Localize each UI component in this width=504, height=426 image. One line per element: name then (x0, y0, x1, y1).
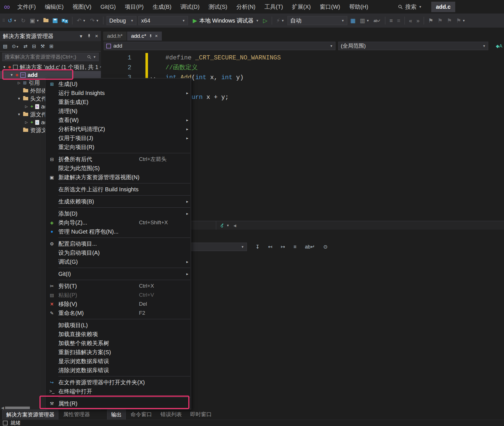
context-menu-item[interactable]: ↪在文件资源管理器中打开文件夹(X) (45, 378, 191, 387)
collapse-arrow-icon[interactable]: ▼ (10, 73, 14, 77)
context-menu-item[interactable]: ▣新建解决方案资源管理器视图(N) (45, 173, 191, 182)
context-menu-item[interactable]: ✂剪切(T)Ctrl+X (45, 281, 191, 290)
scroll-left-icon[interactable]: ◀ (1, 406, 4, 410)
collapse-arrow-icon[interactable]: ▼ (17, 97, 21, 101)
expand-arrow-icon[interactable]: ▷ (24, 120, 28, 124)
undo-button[interactable]: ↶▼ (76, 17, 87, 25)
solution-config-select[interactable]: Debug▼ (107, 16, 136, 25)
word-wrap-icon[interactable]: ab↵ (305, 244, 315, 250)
hot-reload-button[interactable]: ⚡▼ (275, 17, 286, 25)
tool-window-tab[interactable]: 属性管理器 (59, 410, 94, 420)
context-menu-item[interactable]: 清除浏览数据库错误 (45, 366, 191, 375)
context-menu-item[interactable]: 重新扫描解决方案(S) (45, 348, 191, 357)
comment-button[interactable]: ≡ (388, 17, 394, 25)
context-menu-item[interactable]: 加载直接依赖项 (45, 330, 191, 339)
context-menu-item[interactable]: ⚒属性(R) (45, 399, 191, 408)
prev-bookmark-button[interactable]: ⚑ (436, 17, 444, 25)
solution-search-input[interactable]: 搜索解决方案资源管理器(Ctrl+;) ▼ (2, 53, 99, 61)
prev-message-icon[interactable]: ↤ (268, 244, 272, 250)
code-line[interactable]: 2//函数定义 (103, 63, 504, 73)
pin-icon[interactable] (149, 34, 152, 38)
close-icon[interactable]: × (155, 33, 158, 39)
collapse-arrow-icon[interactable]: ▼ (2, 65, 6, 69)
context-menu-item[interactable]: 卸载项目(L) (45, 321, 191, 330)
redo-button[interactable]: ↷▼ (89, 17, 100, 25)
feedback-icon[interactable] (3, 421, 8, 425)
context-menu-item[interactable]: 加载整个依赖关系树 (45, 339, 191, 348)
collapse-all-icon[interactable]: ⊟ (32, 43, 36, 49)
menu-item-w[interactable]: 窗口(W) (315, 0, 344, 14)
timestamp-icon[interactable]: ⊙ (323, 244, 328, 250)
save-all-button[interactable] (61, 17, 69, 24)
menu-item-d[interactable]: 调试(D) (176, 0, 204, 14)
context-menu-item[interactable]: 设为启动项目(A) (45, 248, 191, 257)
menu-item-gitg[interactable]: Git(G) (96, 0, 120, 14)
pin-icon[interactable] (87, 34, 91, 38)
context-menu-item[interactable]: ⊞生成(U) (45, 79, 191, 88)
navigate-back-button[interactable]: ↺▼ (6, 17, 18, 25)
context-menu-item[interactable]: 查看(W)▸ (45, 116, 191, 125)
indent-increase-button[interactable]: » (415, 17, 421, 25)
jump-to-message-icon[interactable]: ↧ (255, 244, 260, 250)
context-menu-item[interactable]: 限定为此范围(S) (45, 164, 191, 173)
context-menu-item[interactable]: ✎重命名(M)F2 (45, 309, 191, 318)
output-window-tab[interactable]: 错误列表 (157, 410, 185, 420)
show-all-files-icon[interactable]: ⊞ (49, 43, 53, 49)
switch-views-icon[interactable]: ▤ (3, 43, 7, 49)
properties-tool-icon[interactable]: ⚒ (41, 43, 45, 49)
menu-item-b[interactable]: 生成(B) (148, 0, 176, 14)
context-menu-item[interactable]: ⊟折叠所有后代Ctrl+左箭头 (45, 155, 191, 164)
spell-check-button[interactable]: ab✓ (372, 18, 382, 23)
output-window-tab[interactable]: 输出 (107, 410, 126, 420)
next-message-icon[interactable]: ↦ (281, 244, 285, 250)
pending-changes-filter-icon[interactable]: ⊙▼ (12, 43, 19, 49)
navigate-forward-button[interactable]: ↻ (20, 17, 27, 25)
find-in-files-button[interactable]: ▦ (349, 17, 357, 25)
menu-item-s[interactable]: 测试(S) (204, 0, 232, 14)
context-menu-item[interactable]: 仅用于项目(J)▸ (45, 134, 191, 143)
clear-bookmarks-button[interactable]: ⚑▼ (455, 17, 467, 25)
tab-add.c[interactable]: add.c*× (127, 32, 162, 41)
scrollbar-thumb[interactable] (5, 407, 30, 409)
scope-select[interactable]: (全局范围) ▼ (338, 42, 488, 50)
context-menu-item[interactable]: 生成依赖项(B)▸ (45, 197, 191, 206)
platform-select[interactable]: x64▼ (138, 16, 188, 25)
window-menu-icon[interactable]: ▼ (79, 34, 83, 39)
context-menu-item[interactable]: 添加(D)▸ (45, 209, 191, 218)
context-menu-item[interactable]: 重定向项目(R) (45, 143, 191, 152)
tool-window-tab[interactable]: 解决方案资源管理器 (2, 410, 58, 420)
context-menu-item[interactable]: 显示浏览数据库错误 (45, 357, 191, 366)
start-without-debugging-button[interactable]: ▷ (262, 17, 268, 25)
context-menu-item[interactable]: Git(I)▸ (45, 269, 191, 278)
indent-decrease-button[interactable]: « (408, 17, 413, 25)
menu-item-n[interactable]: 分析(N) (232, 0, 260, 14)
open-file-button[interactable] (42, 18, 50, 23)
start-debugging-button[interactable]: ▶ 本地 Windows 调试器 ▼ (192, 16, 260, 25)
toolbar-grip[interactable]: ⠿ (2, 18, 5, 23)
clear-output-icon[interactable]: ≡ (293, 244, 297, 250)
context-menu-item[interactable]: 在所选文件上运行 Build Insights (45, 185, 191, 194)
context-menu-item[interactable]: >_在终端中打开 (45, 387, 191, 396)
menu-item-h[interactable]: 帮助(H) (345, 0, 373, 14)
sync-with-active-document-icon[interactable]: ⇄ (23, 43, 27, 49)
uncomment-button[interactable]: ≡ (396, 17, 401, 25)
menu-item-p[interactable]: 项目(P) (120, 0, 148, 14)
hscroll-left-icon[interactable]: ◀ (233, 223, 236, 228)
collapse-arrow-icon[interactable]: ▼ (17, 112, 21, 116)
tab-add.h[interactable]: add.h* (103, 32, 127, 41)
context-menu-item[interactable]: ◈类向导(Z)...Ctrl+Shift+X (45, 218, 191, 227)
tree-item-solution[interactable]: ▼解决方案 'add.c' (1 个项目, 共 1 个 (0, 63, 101, 71)
menu-item-v[interactable]: 视图(V) (68, 0, 96, 14)
context-menu-item[interactable]: 调试(G)▸ (45, 257, 191, 266)
document-outline-button[interactable]: ▥▼ (359, 17, 371, 25)
expand-arrow-icon[interactable]: ▷ (17, 81, 21, 85)
tree-item-project-add[interactable]: ▼++add (0, 71, 101, 79)
menu-item-f[interactable]: 文件(F) (13, 0, 40, 14)
next-bookmark-button[interactable]: ⚑ (446, 17, 453, 25)
context-menu-item[interactable]: ⚙配置启动项目... (45, 239, 191, 248)
window-layout-button[interactable]: ▣▼ (29, 17, 41, 25)
code-cleanup-button[interactable]: ▼ (220, 223, 229, 228)
context-menu-item[interactable]: ×移除(V)Del (45, 299, 191, 309)
context-menu-item[interactable]: 运行 Build Insights▸ (45, 88, 191, 97)
context-menu-item[interactable]: ●管理 NuGet 程序包(N)... (45, 227, 191, 236)
